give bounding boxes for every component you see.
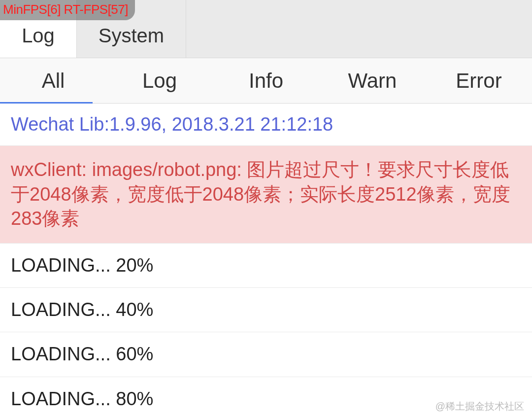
filter-warn-label: Warn [348, 69, 397, 93]
log-entry-error[interactable]: wxClient: images/robot.png: 图片超过尺寸！要求尺寸长… [0, 146, 532, 243]
log-text: wxClient: images/robot.png: 图片超过尺寸！要求尺寸长… [11, 159, 510, 229]
log-text: LOADING... 40% [11, 299, 153, 320]
tab-system-label: System [99, 25, 164, 47]
fps-overlay: MinFPS[6] RT-FPS[57] [0, 0, 135, 20]
log-text: Wechat Lib:1.9.96, 2018.3.21 21:12:18 [11, 114, 333, 135]
filter-info-label: Info [249, 69, 283, 93]
filter-error[interactable]: Error [426, 58, 532, 103]
filter-tabs: All Log Info Warn Error [0, 58, 532, 104]
filter-log-label: Log [142, 69, 177, 93]
log-entry-loading[interactable]: LOADING... 20% [0, 244, 532, 288]
filter-error-label: Error [456, 69, 501, 93]
log-list: Wechat Lib:1.9.96, 2018.3.21 21:12:18 wx… [0, 104, 532, 420]
tab-log-label: Log [22, 25, 55, 47]
filter-log[interactable]: Log [106, 58, 213, 103]
watermark-text: @稀土掘金技术社区 [435, 401, 524, 412]
filter-all[interactable]: All [0, 58, 106, 103]
log-text: LOADING... 20% [11, 255, 153, 276]
log-entry-loading[interactable]: LOADING... 60% [0, 332, 532, 377]
watermark: @稀土掘金技术社区 [435, 400, 524, 413]
log-text: LOADING... 80% [11, 388, 153, 409]
log-entry-loading[interactable]: LOADING... 80% [0, 377, 532, 420]
filter-info[interactable]: Info [213, 58, 319, 103]
log-text: LOADING... 60% [11, 344, 153, 364]
filter-all-label: All [42, 69, 65, 93]
filter-warn[interactable]: Warn [319, 58, 426, 103]
log-entry-loading[interactable]: LOADING... 40% [0, 288, 532, 332]
log-entry-lib[interactable]: Wechat Lib:1.9.96, 2018.3.21 21:12:18 [0, 104, 532, 146]
fps-text: MinFPS[6] RT-FPS[57] [3, 2, 128, 17]
